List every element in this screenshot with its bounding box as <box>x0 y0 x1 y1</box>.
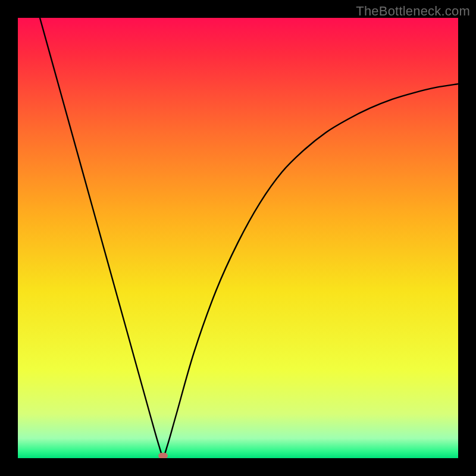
curve-layer <box>18 18 458 458</box>
minimum-marker <box>158 453 168 458</box>
bottleneck-curve <box>40 18 458 456</box>
watermark-text: TheBottleneck.com <box>356 4 470 19</box>
plot-area <box>18 18 458 458</box>
chart-frame: TheBottleneck.com <box>0 0 476 476</box>
